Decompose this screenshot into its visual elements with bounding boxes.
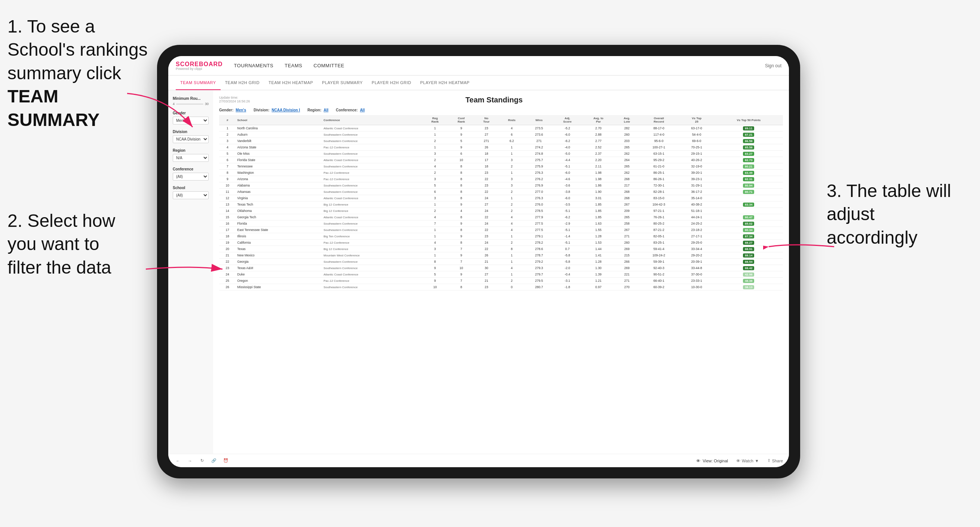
tab-team-h2h-grid[interactable]: TEAM H2H GRID [221, 76, 264, 90]
cell-overall: 59-39-1 [639, 259, 679, 265]
toolbar-forward[interactable]: → [186, 457, 194, 465]
cell-overall: 87-21-2 [639, 227, 679, 233]
cell-wins: 278.6 [525, 246, 553, 252]
nav-teams[interactable]: TEAMS [285, 63, 302, 68]
sub-navigation: TEAM SUMMARY TEAM H2H GRID TEAM H2H HEAT… [168, 76, 789, 90]
cell-vs25: 51-18-1 [679, 208, 714, 214]
cell-no-tour: 26 [474, 144, 498, 151]
cell-wins: 277.5 [525, 221, 553, 227]
cell-conference: Atlantic Coast Conference [322, 214, 422, 221]
school-select[interactable]: (All) [173, 191, 208, 199]
cell-school: Alabama [236, 183, 322, 189]
nav-committee[interactable]: COMMITTEE [314, 63, 345, 68]
division-display-value: NCAA Division I [272, 108, 300, 112]
cell-rank: 10 [219, 183, 236, 189]
tab-team-summary[interactable]: TEAM SUMMARY [176, 76, 221, 90]
toolbar-share2[interactable]: 🔗 [210, 457, 218, 465]
cell-overall: 86-25-1 [639, 170, 679, 176]
cell-no-tour: 27 [474, 271, 498, 278]
cell-vs25: 24-25-2 [679, 221, 714, 227]
cell-avg-par: 2.20 [582, 157, 615, 163]
sign-out-link[interactable]: Sign out [765, 63, 781, 68]
tab-player-summary[interactable]: PLAYER SUMMARY [317, 76, 367, 90]
table-row: 2 Auburn Southeastern Conference 1 9 27 … [219, 132, 783, 138]
cell-no-tour: 18 [474, 163, 498, 170]
conference-select[interactable]: (All) [173, 173, 208, 181]
cell-wins: 277.0 [525, 189, 553, 195]
cell-score: 80.94 [714, 183, 783, 189]
cell-avg-low: 269 [615, 246, 639, 252]
view-original-btn[interactable]: 👁 View: Original [696, 459, 728, 463]
cell-conference: Mountain West Conference [322, 252, 422, 259]
cell-score: 83.27 [714, 151, 783, 157]
cell-vs25: 27-17-1 [679, 233, 714, 240]
cell-rnds: 3 [498, 183, 525, 189]
toolbar-reload[interactable]: ↻ [198, 457, 206, 465]
cell-wins: 271 [525, 138, 553, 144]
cell-avg-low: 260 [615, 132, 639, 138]
cell-conf-rank: 9 [448, 144, 474, 151]
cell-vs25: 33-44-8 [679, 265, 714, 271]
cell-school: Vanderbilt [236, 138, 322, 144]
watch-btn[interactable]: 👁 Watch ▼ [736, 459, 759, 463]
cell-conference: Big 12 Conference [322, 246, 422, 252]
cell-avg-par: 1.98 [582, 170, 615, 176]
cell-avg-low: 266 [615, 259, 639, 265]
tab-player-h2h-grid[interactable]: PLAYER H2H GRID [367, 76, 416, 90]
cell-avg-par: 1.41 [582, 252, 615, 259]
cell-conf-rank: 4 [448, 208, 474, 214]
cell-vs25: 69-6-0 [679, 138, 714, 144]
cell-avg-par: 1.28 [582, 233, 615, 240]
cell-school: Duke [236, 271, 322, 278]
col-school: School [236, 115, 322, 125]
nav-tournaments[interactable]: TOURNAMENTS [234, 63, 274, 68]
cell-avg-par: 2.70 [582, 125, 615, 132]
gender-display-label: Gender: [219, 108, 233, 112]
cell-rank: 17 [219, 227, 236, 233]
tab-player-h2h-heatmap[interactable]: PLAYER H2H HEATMAP [416, 76, 474, 90]
update-label: Update time: [219, 96, 250, 99]
cell-adj-score: 0.7 [553, 246, 582, 252]
cell-avg-par: 1.53 [582, 240, 615, 246]
cell-conf-rank: 8 [448, 176, 474, 183]
tablet-device: SCOREBOARD Powered by clippi TOURNAMENTS… [157, 45, 800, 478]
region-select[interactable]: N/A [173, 154, 208, 162]
cell-no-tour: 22 [474, 227, 498, 233]
cell-rnds: 1 [498, 233, 525, 240]
cell-conf-rank: 8 [448, 183, 474, 189]
region-display: Region: All [307, 108, 328, 112]
bottom-toolbar: ← → ↻ 🔗 ⏰ 👁 View: Original 👁 Watch ▼ ⇧ S… [168, 454, 789, 467]
cell-reg-rank: 1 [422, 202, 448, 208]
cell-wins: 276.9 [525, 183, 553, 189]
cell-avg-low: 267 [615, 227, 639, 233]
cell-rnds: 3 [498, 157, 525, 163]
cell-wins: 279.5 [525, 278, 553, 284]
table-row: 4 Arizona State Pac-12 Conference 1 9 26… [219, 144, 783, 151]
cell-avg-par: 1.30 [582, 265, 615, 271]
cell-school: Virginia [236, 195, 322, 202]
cell-overall: 97-21-1 [639, 208, 679, 214]
toolbar-clock[interactable]: ⏰ [222, 457, 229, 465]
cell-no-tour: 22 [474, 176, 498, 183]
toolbar-back[interactable]: ← [174, 457, 182, 465]
cell-vs25: 29-15-1 [679, 151, 714, 157]
cell-overall: 95-29-2 [639, 157, 679, 163]
cell-rnds: 4 [498, 265, 525, 271]
table-row: 21 New Mexico Mountain West Conference 1… [219, 252, 783, 259]
table-row: 12 Virginia Atlantic Coast Conference 3 … [219, 195, 783, 202]
cell-vs25: 54-4-0 [679, 132, 714, 138]
cell-conf-rank: 8 [448, 284, 474, 290]
col-wins: Wins [525, 115, 553, 125]
cell-score: 85.58 [714, 144, 783, 151]
cell-conf-rank: 8 [448, 214, 474, 221]
cell-wins: 279.3 [525, 265, 553, 271]
cell-conference: Pac-12 Conference [322, 176, 422, 183]
division-select[interactable]: NCAA Division I [173, 135, 208, 143]
cell-reg-rank: 1 [422, 144, 448, 151]
cell-rank: 9 [219, 176, 236, 183]
share-btn[interactable]: ⇧ Share [767, 458, 783, 463]
tab-team-h2h-heatmap[interactable]: TEAM H2H HEATMAP [264, 76, 317, 90]
cell-school: Arizona State [236, 144, 322, 151]
cell-reg-rank: 4 [422, 163, 448, 170]
table-row: 5 Ole Miss Southeastern Conference 3 6 1… [219, 151, 783, 157]
